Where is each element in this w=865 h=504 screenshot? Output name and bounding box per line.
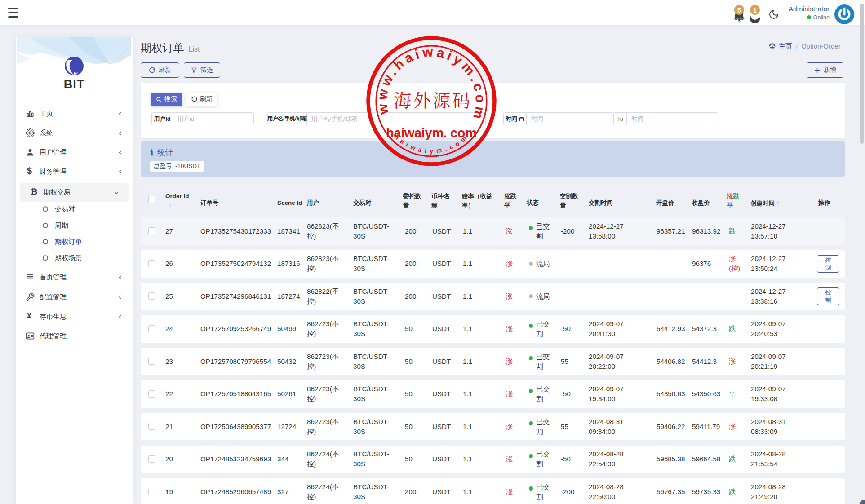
svg-text:海外源码: 海外源码	[394, 87, 472, 112]
svg-text:5: 5	[737, 6, 741, 14]
svg-text:1: 1	[753, 6, 757, 14]
